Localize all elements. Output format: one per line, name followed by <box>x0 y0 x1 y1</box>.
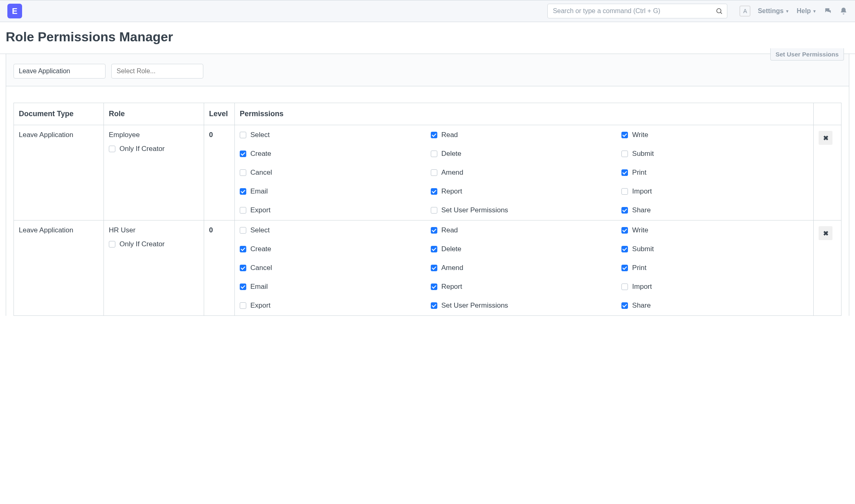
perm-read[interactable]: Read <box>431 226 618 234</box>
perm-label: Import <box>632 283 652 291</box>
perm-label: Amend <box>441 264 464 272</box>
checkbox-icon <box>621 284 628 290</box>
checkbox-icon <box>240 227 246 234</box>
perm-share[interactable]: Share <box>621 302 808 310</box>
perm-create[interactable]: Create <box>240 245 427 253</box>
perm-amend[interactable]: Amend <box>431 169 618 177</box>
delete-row-button[interactable]: ✖ <box>819 131 832 145</box>
perm-import[interactable]: Import <box>621 283 808 291</box>
checkbox-icon <box>621 302 628 309</box>
checkbox-icon <box>240 302 246 309</box>
table-row: Leave ApplicationHR UserOnly If Creator0… <box>14 220 842 316</box>
perm-label: Delete <box>441 245 461 253</box>
perm-report[interactable]: Report <box>431 187 618 196</box>
perm-label: Email <box>250 283 268 291</box>
level-value: 0 <box>209 131 213 139</box>
global-search[interactable] <box>547 4 727 18</box>
checkbox-icon <box>621 151 628 157</box>
perm-label: Email <box>250 187 268 196</box>
perm-print[interactable]: Print <box>621 169 808 177</box>
header-doctype: Document Type <box>14 103 104 125</box>
chevron-down-icon: ▼ <box>812 9 817 14</box>
perm-read[interactable]: Read <box>431 131 618 139</box>
help-menu[interactable]: Help ▼ <box>796 7 817 15</box>
set-user-permissions-button[interactable]: Set User Permissions <box>770 48 844 61</box>
cell-level: 0 <box>204 125 235 220</box>
panel-toolbar: Set User Permissions <box>6 54 849 86</box>
perm-label: Export <box>250 302 270 310</box>
perm-label: Import <box>632 187 652 196</box>
perm-submit[interactable]: Submit <box>621 245 808 253</box>
page-body: Set User Permissions Document Type Role … <box>0 54 855 322</box>
checkbox-icon <box>240 265 246 271</box>
only-if-creator-checkbox[interactable]: Only If Creator <box>109 240 199 248</box>
header-actions <box>814 103 842 125</box>
checkbox-icon <box>240 169 246 176</box>
perm-label: Set User Permissions <box>441 206 508 214</box>
perm-email[interactable]: Email <box>240 283 427 291</box>
checkbox-icon <box>431 151 437 157</box>
svg-point-0 <box>717 9 721 13</box>
perm-email[interactable]: Email <box>240 187 427 196</box>
role-filter-input[interactable] <box>111 64 203 79</box>
chat-icon[interactable] <box>824 7 832 15</box>
cell-doctype: Leave Application <box>14 220 104 316</box>
user-avatar[interactable]: A <box>740 6 750 16</box>
perm-label: Read <box>441 131 458 139</box>
perm-set-user-permissions[interactable]: Set User Permissions <box>431 206 618 214</box>
only-if-creator-checkbox[interactable]: Only If Creator <box>109 145 199 153</box>
perm-label: Write <box>632 131 648 139</box>
doctype-filter-input[interactable] <box>14 64 106 79</box>
header-role: Role <box>104 103 204 125</box>
checkbox-icon <box>431 302 437 309</box>
delete-row-button[interactable]: ✖ <box>819 226 832 240</box>
header-permissions: Permissions <box>235 103 814 125</box>
perm-print[interactable]: Print <box>621 264 808 272</box>
perm-label: Print <box>632 169 646 177</box>
checkbox-icon <box>431 207 437 214</box>
perm-import[interactable]: Import <box>621 187 808 196</box>
svg-line-1 <box>721 12 722 14</box>
perm-label: Amend <box>441 169 464 177</box>
header-level: Level <box>204 103 235 125</box>
page-title: Role Permissions Manager <box>6 29 849 45</box>
perm-amend[interactable]: Amend <box>431 264 618 272</box>
perm-label: Submit <box>632 150 654 158</box>
perm-set-user-permissions[interactable]: Set User Permissions <box>431 302 618 310</box>
perm-write[interactable]: Write <box>621 131 808 139</box>
perm-select[interactable]: Select <box>240 226 427 234</box>
permissions-grid: SelectReadWriteCreateDeleteSubmitCancelA… <box>240 226 808 310</box>
perm-cancel[interactable]: Cancel <box>240 169 427 177</box>
perm-cancel[interactable]: Cancel <box>240 264 427 272</box>
perm-label: Write <box>632 226 648 234</box>
perm-label: Export <box>250 206 270 214</box>
search-input[interactable] <box>552 7 716 15</box>
checkbox-icon <box>109 146 115 152</box>
cell-role: HR UserOnly If Creator <box>104 220 204 316</box>
checkbox-icon <box>240 132 246 138</box>
perm-report[interactable]: Report <box>431 283 618 291</box>
perm-label: Cancel <box>250 264 272 272</box>
checkbox-icon <box>431 169 437 176</box>
checkbox-icon <box>431 265 437 271</box>
table-header-row: Document Type Role Level Permissions <box>14 103 842 125</box>
perm-export[interactable]: Export <box>240 206 427 214</box>
perm-create[interactable]: Create <box>240 150 427 158</box>
perm-write[interactable]: Write <box>621 226 808 234</box>
checkbox-icon <box>240 284 246 290</box>
checkbox-icon <box>431 284 437 290</box>
perm-label: Select <box>250 226 270 234</box>
role-name: Employee <box>109 131 199 139</box>
bell-icon[interactable] <box>839 7 848 15</box>
perm-select[interactable]: Select <box>240 131 427 139</box>
perm-share[interactable]: Share <box>621 206 808 214</box>
level-value: 0 <box>209 226 213 234</box>
perm-label: Cancel <box>250 169 272 177</box>
perm-delete[interactable]: Delete <box>431 245 618 253</box>
perm-export[interactable]: Export <box>240 302 427 310</box>
only-if-creator-label: Only If Creator <box>119 240 165 248</box>
settings-menu[interactable]: Settings ▼ <box>758 7 789 15</box>
perm-delete[interactable]: Delete <box>431 150 618 158</box>
perm-submit[interactable]: Submit <box>621 150 808 158</box>
app-logo[interactable]: E <box>7 4 22 18</box>
